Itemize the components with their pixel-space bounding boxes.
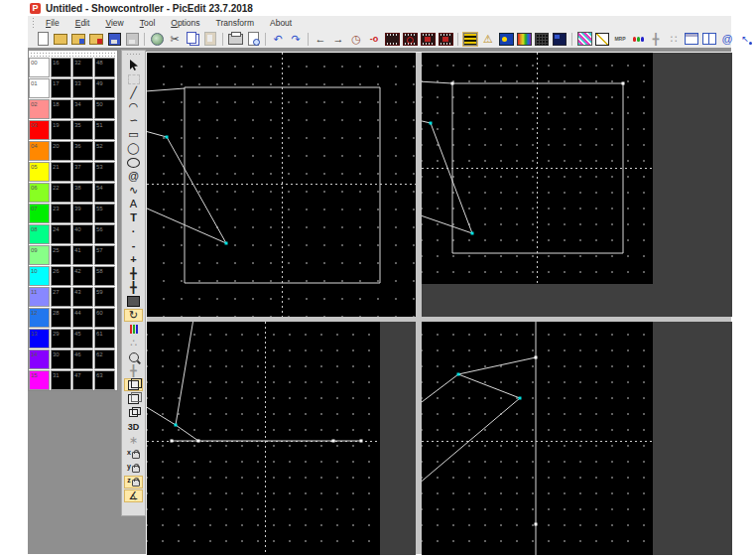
palette-swatch-34[interactable]: 34 bbox=[72, 99, 93, 119]
tool-point-button[interactable]: · bbox=[124, 225, 143, 238]
palette-swatch-12[interactable]: 12 bbox=[29, 308, 50, 328]
palette-swatch-31[interactable]: 31 bbox=[51, 370, 71, 390]
tool-rotate-button[interactable]: ↻ bbox=[124, 309, 143, 322]
menu-tool[interactable]: Tool bbox=[132, 18, 164, 28]
palette-swatch-17[interactable]: 17 bbox=[51, 78, 71, 98]
mrp-mode-button[interactable]: MRP bbox=[612, 32, 628, 47]
print-preview-button[interactable] bbox=[245, 32, 261, 47]
palette-swatch-10[interactable]: 10 bbox=[29, 266, 50, 286]
record-point-button[interactable]: -o bbox=[366, 32, 382, 47]
tool-arc-button[interactable]: ◠ bbox=[124, 100, 143, 113]
copy-button[interactable] bbox=[185, 32, 200, 47]
tool-marquee-button[interactable] bbox=[124, 72, 143, 85]
tool-center-button[interactable]: ╋ bbox=[124, 364, 143, 377]
viewport-top-right-canvas[interactable] bbox=[422, 53, 653, 284]
palette-swatch-33[interactable]: 33 bbox=[72, 78, 93, 98]
palette-swatch-20[interactable]: 20 bbox=[51, 141, 71, 161]
tool-lock-z-button[interactable]: z bbox=[124, 476, 143, 488]
tool-column-drag-handle[interactable] bbox=[126, 53, 142, 57]
palette-swatch-14[interactable]: 14 bbox=[29, 349, 50, 369]
tool-text-button[interactable]: T bbox=[124, 211, 143, 224]
palette-swatch-46[interactable]: 46 bbox=[72, 349, 93, 369]
filmstrip-2-button[interactable] bbox=[438, 32, 453, 47]
tool-zoom-button[interactable] bbox=[124, 350, 143, 363]
color-pin-button[interactable] bbox=[630, 32, 646, 47]
palette-swatch-44[interactable]: 44 bbox=[72, 308, 93, 328]
palette-swatch-09[interactable]: 09 bbox=[29, 245, 50, 265]
refresh-globe-button[interactable] bbox=[149, 32, 165, 47]
palette-swatch-23[interactable]: 23 bbox=[51, 204, 71, 223]
palette-swatch-28[interactable]: 28 bbox=[51, 308, 71, 328]
viewport-top-right[interactable] bbox=[422, 53, 732, 317]
palette-swatch-18[interactable]: 18 bbox=[51, 99, 71, 119]
palette-swatch-38[interactable]: 38 bbox=[72, 183, 93, 203]
tool-angle-button[interactable]: ∡ bbox=[124, 489, 143, 502]
palette-swatch-21[interactable]: 21 bbox=[51, 162, 71, 182]
palette-swatch-03[interactable]: 03 bbox=[29, 120, 50, 140]
palette-swatch-22[interactable]: 22 bbox=[51, 183, 71, 203]
palette-swatch-40[interactable]: 40 bbox=[72, 224, 93, 244]
palette-swatch-19[interactable]: 19 bbox=[51, 120, 71, 140]
tool-move-points-button[interactable]: ╋ bbox=[124, 281, 143, 294]
palette-swatch-24[interactable]: 24 bbox=[51, 224, 71, 244]
tool-cube-back-button[interactable] bbox=[124, 392, 143, 405]
palette-swatch-01[interactable]: 01 bbox=[29, 78, 50, 98]
palette-swatch-02[interactable]: 02 bbox=[29, 99, 50, 119]
tool-add-point-button[interactable]: + bbox=[124, 253, 143, 266]
palette-swatch-00[interactable]: 00 bbox=[29, 58, 50, 77]
split-horizontal-button[interactable] bbox=[684, 32, 699, 47]
palette-swatch-25[interactable]: 25 bbox=[51, 245, 71, 265]
palette-swatch-05[interactable]: 05 bbox=[29, 162, 50, 182]
point-edit-add-button[interactable]: ↖ bbox=[737, 32, 753, 47]
palette-swatch-58[interactable]: 58 bbox=[94, 266, 115, 286]
draw-pen-button[interactable] bbox=[594, 32, 610, 47]
open-animation-button[interactable] bbox=[88, 32, 104, 47]
tool-cube-small-button[interactable] bbox=[124, 406, 143, 419]
filmstrip-red-frame-button[interactable] bbox=[420, 32, 436, 47]
viewport-top-left[interactable] bbox=[147, 53, 416, 317]
tool-3d-button[interactable]: 3D bbox=[124, 420, 143, 433]
open-picture-button[interactable] bbox=[70, 32, 86, 47]
palette-swatch-37[interactable]: 37 bbox=[72, 162, 93, 182]
palette-swatch-15[interactable]: 15 bbox=[29, 370, 50, 390]
palette-swatch-50[interactable]: 50 bbox=[94, 99, 115, 119]
save-disabled-button[interactable] bbox=[124, 32, 140, 47]
tool-spiral-button[interactable]: @ bbox=[124, 170, 143, 183]
blank-screen-button[interactable] bbox=[552, 32, 567, 47]
palette-swatch-30[interactable]: 30 bbox=[51, 349, 71, 369]
palette-swatch-11[interactable]: 11 bbox=[29, 287, 50, 307]
menu-options[interactable]: Options bbox=[163, 18, 207, 28]
tool-segment-button[interactable]: - bbox=[124, 239, 143, 252]
filmstrip-1-button[interactable] bbox=[384, 32, 400, 47]
grid-settings-button[interactable] bbox=[534, 32, 550, 47]
tool-lock-x-button[interactable]: x bbox=[124, 448, 143, 461]
palette-swatch-36[interactable]: 36 bbox=[72, 141, 93, 161]
palette-swatch-04[interactable]: 04 bbox=[29, 141, 50, 161]
mail-at-button[interactable]: @ bbox=[719, 32, 735, 47]
palette-swatch-06[interactable]: 06 bbox=[29, 183, 50, 203]
palette-swatch-61[interactable]: 61 bbox=[94, 329, 115, 349]
palette-swatch-53[interactable]: 53 bbox=[94, 162, 115, 182]
frame-previous-button[interactable]: ← bbox=[313, 32, 328, 47]
viewport-bottom-right[interactable] bbox=[422, 322, 732, 555]
print-button[interactable] bbox=[227, 32, 243, 47]
paste-button[interactable] bbox=[202, 32, 218, 47]
resize-disabled-button[interactable]: ∷ bbox=[666, 32, 682, 47]
palette-swatch-55[interactable]: 55 bbox=[94, 204, 115, 223]
palette-swatch-27[interactable]: 27 bbox=[51, 287, 71, 307]
tool-point-options-button[interactable]: ∴ bbox=[124, 337, 143, 349]
color-stripes-button[interactable] bbox=[576, 32, 592, 47]
palette-swatch-57[interactable]: 57 bbox=[94, 245, 115, 265]
open-file-button[interactable] bbox=[53, 32, 68, 47]
tool-line-button[interactable]: ╱ bbox=[124, 86, 143, 99]
tool-scale-button[interactable] bbox=[124, 295, 143, 308]
tool-lock-y-button[interactable]: y bbox=[124, 462, 143, 475]
palette-drag-handle[interactable] bbox=[30, 52, 116, 57]
tool-freehand-button[interactable]: ∽ bbox=[124, 114, 143, 127]
move-disabled-button[interactable]: ╋ bbox=[648, 32, 664, 47]
tool-polygon-button[interactable]: A bbox=[124, 198, 143, 210]
tool-ellipse-button[interactable] bbox=[124, 156, 143, 169]
palette-swatch-39[interactable]: 39 bbox=[72, 204, 93, 223]
palette-swatch-60[interactable]: 60 bbox=[94, 308, 115, 328]
new-document-button[interactable] bbox=[35, 32, 51, 47]
